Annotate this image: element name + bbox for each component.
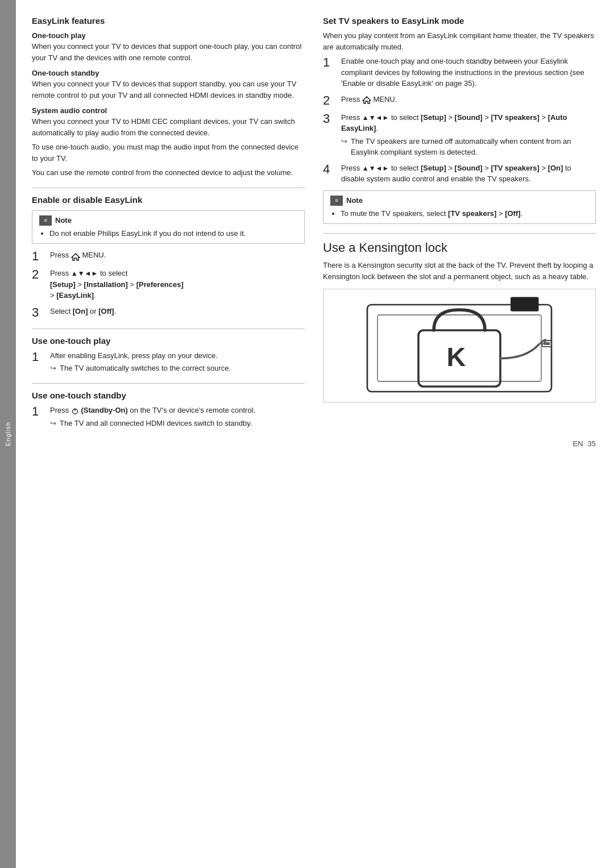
divider-kensington [323, 233, 596, 234]
tvs-step-1: 1 Enable one-touch play and one-touch st… [323, 56, 596, 89]
tvs-step-4: 4 Press ▲▼◄► to select [Setup] > [Sound]… [323, 163, 596, 185]
step-1-text: MENU. [82, 251, 106, 259]
one-touch-standby-text: When you connect your TV to devices that… [32, 78, 305, 101]
tvs-note-item: To mute the TV speakers, select [TV spea… [341, 208, 588, 219]
right-column: Set TV speakers to EasyLink mode When yo… [323, 16, 596, 434]
divider-1 [32, 188, 305, 188]
one-touch-play-steps: 1 After enabling EasyLink, press play on… [32, 350, 305, 374]
note-label: Note [55, 216, 72, 225]
step-2: 2 Press ▲▼◄► to select [Setup] > [Instal… [32, 268, 305, 301]
set-tv-speakers-intro: When you play content from an EasyLink c… [323, 30, 596, 52]
easylink-features-title: EasyLink features [32, 16, 305, 26]
enable-disable-steps: 1 Press MENU. 2 Press ▲▼◄► to select [Se… [32, 250, 305, 319]
step-2-option: [Setup] [50, 280, 76, 289]
system-audio-text3: You can use the remote control from the … [32, 167, 305, 178]
kensington-title: Use a Kensington lock [323, 240, 596, 255]
power-icon [71, 405, 79, 417]
step-1: 1 Press MENU. [32, 250, 305, 263]
sidebar-label: English [5, 422, 11, 446]
tvs-note-icon: ≡ [330, 196, 343, 206]
en-label: EN [572, 439, 583, 448]
svg-marker-3 [363, 97, 371, 103]
svg-text:K: K [447, 342, 466, 372]
tvs-step3-result: ↪ The TV speakers are turned off automat… [341, 136, 596, 158]
system-audio-text1: When you connect your TV to HDMI CEC com… [32, 116, 305, 138]
system-audio-text2: To use one-touch audio, you must map the… [32, 142, 305, 164]
step-3: 3 Select [On] or [Off]. [32, 306, 305, 319]
kensington-svg: K [323, 289, 595, 402]
one-touch-play-title: Use one-touch play [32, 336, 305, 346]
kensington-text: There is a Kensington security slot at t… [323, 260, 596, 282]
arrow-keys-3: ▲▼◄► [362, 164, 389, 172]
sidebar-language-tab: English [0, 0, 16, 868]
ots-result: ↪ The TV and all connected HDMI devices … [50, 418, 305, 429]
enable-disable-title: Enable or disable EasyLink [32, 195, 305, 205]
ots-step-1: 1 Press (Standby-On) on the TV's or devi… [32, 405, 305, 429]
enable-disable-note: ≡ Note Do not enable Philips EasyLink if… [32, 210, 305, 244]
arrow-keys-2: ▲▼◄► [362, 114, 389, 122]
tv-speakers-note: ≡ Note To mute the TV speakers, select [… [323, 190, 596, 225]
note-item: Do not enable Philips EasyLink if you do… [49, 228, 297, 239]
note-header: ≡ Note [39, 215, 297, 226]
note-icon: ≡ [39, 215, 52, 226]
home-icon-2 [362, 94, 371, 105]
divider-3 [32, 383, 305, 384]
one-touch-standby-heading: One-touch standby [32, 69, 305, 77]
page-number: 35 [588, 439, 596, 448]
otp-result: ↪ The TV automatically switches to the c… [50, 363, 305, 374]
tvs-note-list: To mute the TV speakers, select [TV spea… [330, 208, 588, 219]
one-touch-play-text: When you connect your TV to devices that… [32, 41, 305, 63]
left-column: EasyLink features One-touch play When yo… [32, 16, 305, 434]
one-touch-play-heading: One-touch play [32, 31, 305, 40]
tvs-step-3: 3 Press ▲▼◄► to select [Setup] > [Sound]… [323, 112, 596, 158]
system-audio-heading: System audio control [32, 106, 305, 115]
kensington-image: K [323, 289, 596, 402]
divider-2 [32, 329, 305, 329]
main-content: EasyLink features One-touch play When yo… [16, 0, 614, 868]
tvs-step-2: 2 Press MENU. [323, 94, 596, 107]
page-footer: EN 35 [32, 434, 596, 448]
set-tv-speakers-title: Set TV speakers to EasyLink mode [323, 16, 596, 26]
home-icon [71, 251, 80, 260]
set-tv-speakers-steps: 1 Enable one-touch play and one-touch st… [323, 56, 596, 185]
one-touch-standby-title: Use one-touch standby [32, 391, 305, 400]
one-touch-standby-steps: 1 Press (Standby-On) on the TV's or devi… [32, 405, 305, 429]
tvs-note-label: Note [346, 196, 363, 205]
note-list: Do not enable Philips EasyLink if you do… [39, 228, 297, 239]
svg-marker-0 [72, 254, 80, 260]
arrow-keys-icon: ▲▼◄► [71, 269, 98, 277]
tvs-note-header: ≡ Note [330, 196, 588, 206]
otp-step-1: 1 After enabling EasyLink, press play on… [32, 350, 305, 374]
svg-rect-6 [511, 297, 539, 312]
page: English EasyLink features One-touch play… [0, 0, 614, 868]
